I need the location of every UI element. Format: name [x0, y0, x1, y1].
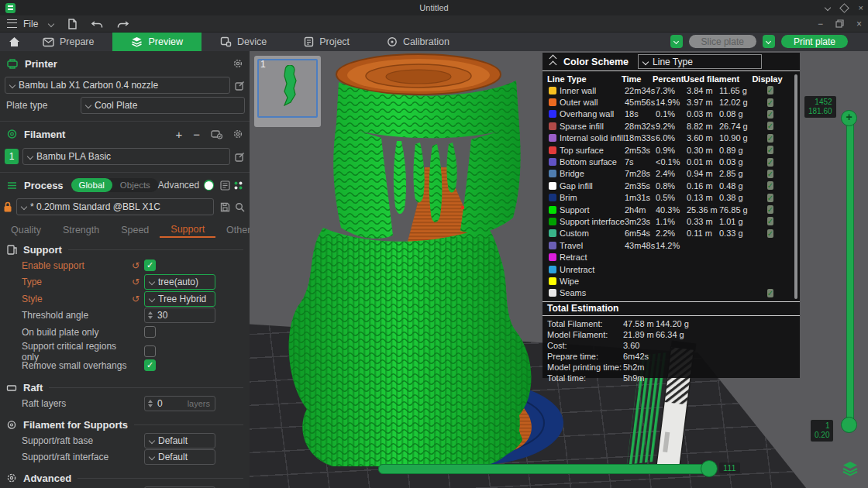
line-type-label: Travel — [560, 241, 625, 250]
line-type-row: Inner wall22m34s7.3%3.84 m11.65 g✓ — [542, 84, 800, 96]
tab-calibration-label: Calibration — [403, 36, 450, 47]
save-preset-icon[interactable] — [220, 202, 230, 212]
redo-icon[interactable] — [117, 19, 129, 29]
enable-support-checkbox[interactable]: ✓ — [144, 259, 156, 271]
line-weight-value: 76.85 g — [719, 205, 755, 215]
line-type-row: Internal solid infill18m33s6.0%3.60 m10.… — [542, 132, 800, 144]
move-slider-track[interactable] — [378, 464, 715, 474]
ams-sync-icon[interactable] — [211, 129, 223, 139]
support-type-select[interactable]: tree(auto) — [144, 274, 215, 290]
filament-slot-badge[interactable]: 1 — [5, 149, 19, 164]
compare-presets-icon[interactable] — [233, 180, 243, 191]
layer-slider-bottom-handle[interactable] — [841, 417, 857, 433]
raft-layers-stepper[interactable]: 0 layers — [144, 396, 215, 411]
display-checkbox[interactable]: ✓ — [767, 98, 773, 107]
layer-range-slider-track[interactable] — [846, 116, 854, 429]
printer-preset-select[interactable]: Bambu Lab X1 Carbon 0.4 nozzle — [5, 77, 230, 94]
support-raft-interface-select[interactable]: Default — [144, 449, 215, 465]
undo-icon[interactable] — [91, 19, 103, 29]
display-checkbox[interactable]: ✓ — [767, 134, 773, 143]
line-length-value: 3.60 m — [687, 133, 719, 143]
line-weight-value: 10.90 g — [719, 133, 755, 143]
line-type-row: Retract — [542, 251, 800, 263]
parameter-list-icon[interactable] — [220, 180, 230, 191]
tab-prepare-label: Prepare — [60, 36, 94, 47]
display-checkbox[interactable]: ✓ — [767, 181, 773, 190]
print-plate-button[interactable]: Print plate — [781, 35, 848, 48]
line-percent-value: <0.1% — [656, 157, 687, 167]
support-style-select[interactable]: Tree Hybrid — [144, 291, 215, 307]
color-scheme-select[interactable]: Line Type — [638, 54, 762, 69]
process-tab-quality[interactable]: Quality — [0, 223, 52, 237]
printer-settings-gear-icon[interactable] — [232, 58, 243, 69]
plate-thumbnail[interactable]: 1 — [254, 56, 321, 127]
process-preset-select[interactable]: * 0.20mm Standard @BBL X1C — [16, 198, 214, 215]
process-tab-speed[interactable]: Speed — [110, 223, 160, 237]
move-slider-handle[interactable] — [701, 460, 718, 477]
workspace-minimize-icon[interactable]: − — [818, 19, 823, 29]
scope-objects-button[interactable]: Objects — [112, 178, 158, 192]
tab-device[interactable]: Device — [202, 33, 285, 51]
remove-filament-icon[interactable]: − — [193, 128, 200, 141]
file-menu-chevron-icon[interactable] — [48, 20, 54, 26]
tab-calibration[interactable]: Calibration — [368, 33, 468, 51]
search-icon[interactable] — [235, 202, 245, 212]
add-filament-icon[interactable]: + — [175, 128, 182, 141]
advanced-toggle[interactable] — [204, 180, 214, 191]
remove-small-overhangs-checkbox[interactable]: ✓ — [144, 359, 156, 371]
reset-support-style-icon[interactable]: ↺ — [132, 294, 144, 304]
tab-prepare[interactable]: Prepare — [24, 33, 112, 51]
filament-section-title: Filament — [24, 129, 65, 140]
reset-support-type-icon[interactable]: ↺ — [132, 277, 144, 287]
slice-options-chevron[interactable] — [670, 35, 683, 48]
support-critical-regions-checkbox[interactable] — [144, 345, 156, 357]
display-checkbox[interactable]: ✓ — [767, 146, 773, 154]
layers-icon[interactable] — [842, 461, 859, 476]
line-length-value: 0.11 m — [687, 229, 719, 238]
line-time-value: 7m28s — [625, 169, 656, 178]
process-tab-strength[interactable]: Strength — [52, 223, 110, 237]
new-project-icon[interactable] — [67, 19, 78, 29]
window-close-icon[interactable]: × — [859, 3, 863, 12]
display-checkbox[interactable]: ✓ — [767, 289, 773, 297]
display-cell: ✓ — [755, 204, 786, 215]
threshold-angle-stepper[interactable]: 30 — [144, 308, 215, 323]
panel-scrollbar[interactable] — [794, 74, 797, 299]
print-options-chevron[interactable] — [763, 35, 775, 48]
reset-enable-support-icon[interactable]: ↺ — [132, 261, 144, 270]
process-tab-support[interactable]: Support — [160, 222, 215, 238]
window-minimize-icon[interactable] — [824, 5, 830, 11]
display-checkbox[interactable]: ✓ — [767, 229, 773, 238]
preview-icon — [131, 36, 143, 47]
scope-global-button[interactable]: Global — [71, 178, 112, 192]
process-tab-others[interactable]: Others — [215, 223, 250, 237]
collapse-panel-icon[interactable] — [550, 56, 556, 67]
filament-settings-gear-icon[interactable] — [232, 129, 243, 139]
filament-edit-icon[interactable] — [235, 152, 245, 162]
tab-project[interactable]: Project — [285, 33, 368, 51]
support-raft-base-select[interactable]: Default — [144, 433, 215, 448]
display-checkbox[interactable]: ✓ — [767, 170, 773, 178]
filament-preset-select[interactable]: Bambu PLA Basic — [22, 148, 230, 165]
window-maximize-icon[interactable] — [839, 3, 849, 13]
plate-type-select[interactable]: Cool Plate — [81, 97, 245, 114]
slice-plate-button[interactable]: Slice plate — [689, 35, 756, 48]
file-menu[interactable]: File — [23, 19, 38, 29]
layer-slider-top-handle[interactable]: + — [841, 110, 857, 126]
home-icon[interactable] — [8, 36, 21, 48]
workspace-restore-icon[interactable] — [835, 19, 844, 28]
workspace-close-icon[interactable]: × — [856, 19, 862, 29]
printer-edit-icon[interactable] — [235, 81, 245, 91]
display-checkbox[interactable]: ✓ — [767, 158, 773, 167]
on-build-plate-only-checkbox[interactable] — [144, 326, 156, 338]
hamburger-icon[interactable] — [7, 19, 17, 28]
display-checkbox[interactable]: ✓ — [767, 205, 773, 214]
display-checkbox[interactable]: ✓ — [767, 110, 773, 119]
line-type-label: Support interface — [560, 217, 625, 226]
display-checkbox[interactable]: ✓ — [767, 122, 773, 130]
display-checkbox[interactable]: ✓ — [767, 86, 773, 95]
tab-preview[interactable]: Preview — [112, 33, 201, 51]
line-color-swatch — [549, 242, 556, 249]
display-checkbox[interactable]: ✓ — [767, 194, 773, 202]
display-checkbox[interactable]: ✓ — [767, 217, 773, 225]
